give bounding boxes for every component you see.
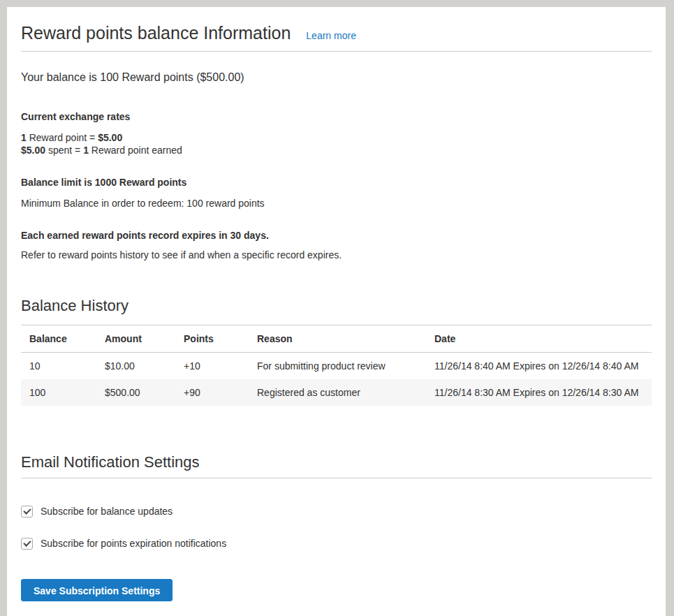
cell-amount: $10.00	[96, 353, 175, 380]
cell-points: +90	[175, 379, 249, 406]
minimum-balance-text: Minimum Balance in order to redeem: 100 …	[21, 197, 652, 210]
rate2-amount: $5.00	[21, 145, 45, 156]
column-header-points: Points	[175, 325, 249, 353]
exchange-rate-line-1: 1 Reward point = $5.00	[21, 131, 652, 144]
expiration-hint: Refer to reward points history to see if…	[21, 249, 652, 261]
exchange-rates-heading: Current exchange rates	[21, 110, 652, 123]
cell-balance: 10	[21, 353, 96, 380]
balance-updates-label: Subscribe for balance updates	[41, 504, 173, 518]
table-row: 100 $500.00 +90 Registered as customer 1…	[21, 379, 652, 406]
cell-reason: For submitting product review	[249, 353, 426, 380]
cell-points: +10	[175, 353, 249, 380]
exchange-rates-block: 1 Reward point = $5.00 $5.00 spent = 1 R…	[21, 131, 652, 156]
balance-history-table: Balance Amount Points Reason Date 10 $10…	[21, 325, 652, 406]
column-header-amount: Amount	[96, 325, 175, 353]
cell-date: 11/26/14 8:30 AM Expires on 12/26/14 8:3…	[426, 379, 652, 406]
balance-summary: Your balance is 100 Reward points ($500.…	[21, 70, 652, 85]
rate2-tail: Reward point earned	[89, 145, 182, 156]
column-header-reason: Reason	[249, 325, 426, 353]
cell-reason: Registered as customer	[249, 379, 426, 406]
page-header: Reward points balance Information Learn …	[21, 7, 652, 44]
column-header-balance: Balance	[21, 325, 96, 353]
cell-amount: $500.00	[96, 379, 175, 406]
cell-date: 11/26/14 8:40 AM Expires on 12/26/14 8:4…	[426, 353, 652, 380]
column-header-date: Date	[426, 325, 652, 353]
checkbox-row-expiration-notifications[interactable]: Subscribe for points expiration notifica…	[21, 536, 652, 550]
email-settings-divider	[21, 478, 652, 478]
checkbox-row-balance-updates[interactable]: Subscribe for balance updates	[21, 504, 652, 518]
balance-updates-checkbox[interactable]	[21, 506, 33, 518]
expiration-notifications-label: Subscribe for points expiration notifica…	[41, 536, 226, 550]
balance-limit-text: Balance limit is 1000 Reward points	[21, 176, 652, 189]
expiration-notifications-checkbox[interactable]	[21, 538, 33, 550]
rate1-amount: $5.00	[98, 132, 122, 143]
rate2-middle: spent =	[45, 145, 83, 156]
email-settings-heading: Email Notification Settings	[21, 453, 652, 472]
learn-more-link[interactable]: Learn more	[306, 30, 356, 41]
reward-points-card: Reward points balance Information Learn …	[7, 7, 666, 616]
cell-balance: 100	[21, 379, 96, 406]
table-header-row: Balance Amount Points Reason Date	[21, 325, 652, 353]
save-subscription-button[interactable]: Save Subscription Settings	[21, 579, 173, 601]
rate1-middle: Reward point =	[27, 132, 98, 143]
rate1-points: 1	[21, 132, 27, 143]
header-divider	[21, 51, 652, 52]
expiration-notice: Each earned reward points record expires…	[21, 229, 652, 242]
table-row: 10 $10.00 +10 For submitting product rev…	[21, 353, 652, 380]
balance-history-heading: Balance History	[21, 296, 652, 316]
exchange-rate-line-2: $5.00 spent = 1 Reward point earned	[21, 144, 652, 156]
rate2-points: 1	[83, 145, 89, 156]
page-title: Reward points balance Information	[21, 22, 291, 44]
